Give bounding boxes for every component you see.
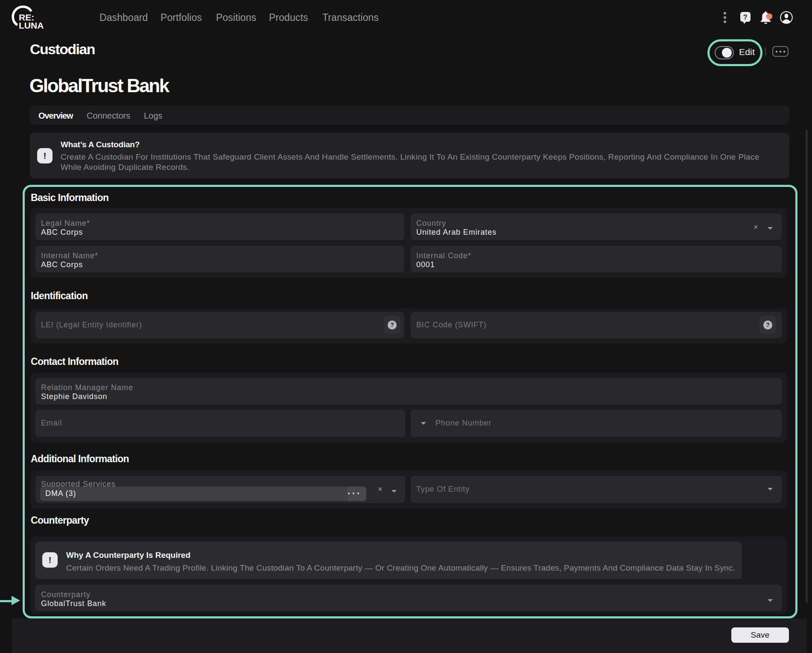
svg-text:?: ?	[743, 14, 748, 21]
